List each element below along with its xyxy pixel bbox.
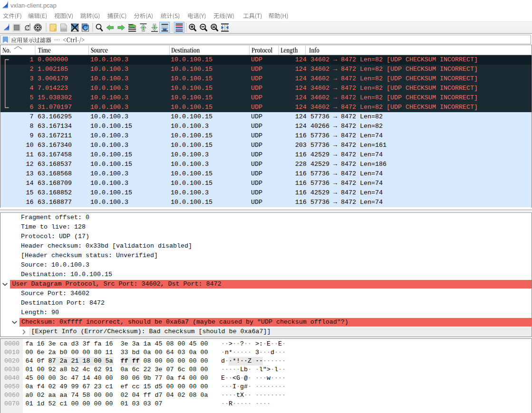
svg-text:010: 010 xyxy=(61,28,67,31)
